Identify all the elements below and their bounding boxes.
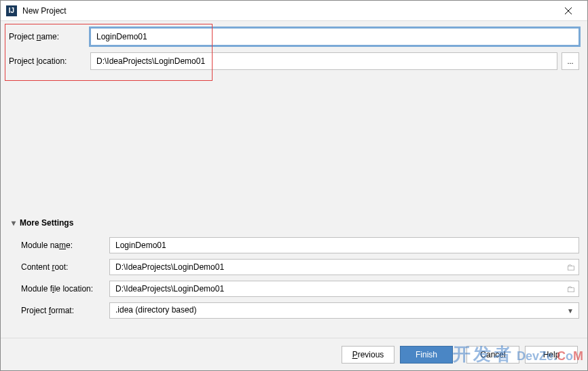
chevron-down-icon: ▾ xyxy=(12,218,16,228)
project-location-row: Project location: ... xyxy=(9,52,579,70)
module-file-location-row: Module file location: 🗀 xyxy=(12,281,579,297)
content-root-input[interactable] xyxy=(109,259,579,275)
more-settings-toggle[interactable]: ▾ More Settings xyxy=(12,218,579,228)
cancel-button[interactable]: Cancel xyxy=(466,346,519,364)
project-name-label: Project name: xyxy=(9,32,90,41)
module-name-input[interactable] xyxy=(109,237,579,253)
project-format-row: Project format: .idea (directory based) … xyxy=(12,302,579,319)
titlebar: IJ New Project xyxy=(1,1,587,21)
content-root-row: Content root: 🗀 xyxy=(12,259,579,275)
more-settings-section: ▾ More Settings Module name: Content roo… xyxy=(9,218,579,319)
finish-button[interactable]: Finish xyxy=(400,346,453,364)
project-name-row: Project name: xyxy=(9,28,579,46)
project-name-input[interactable] xyxy=(90,28,579,46)
module-name-label: Module name: xyxy=(21,241,109,250)
previous-button[interactable]: Previous xyxy=(342,346,394,364)
project-location-input[interactable] xyxy=(90,52,557,70)
project-format-select[interactable]: .idea (directory based) ▼ xyxy=(109,302,579,319)
more-settings-label: More Settings xyxy=(20,218,73,228)
close-icon xyxy=(565,7,572,14)
project-location-label: Project location: xyxy=(9,56,90,66)
dialog-content: Project name: Project location: ... ▾ Mo… xyxy=(1,21,587,338)
dialog-footer: Previous Finish Cancel Help 开发者 DevZe.Co… xyxy=(1,338,587,370)
project-format-value: .idea (directory based) xyxy=(109,302,579,319)
window-title: New Project xyxy=(22,6,555,16)
module-name-row: Module name: xyxy=(12,237,579,253)
module-file-location-label: Module file location: xyxy=(21,284,109,294)
help-button[interactable]: Help xyxy=(525,346,578,364)
project-format-label: Project format: xyxy=(21,306,109,315)
chevron-down-icon: ▼ xyxy=(567,307,574,315)
browse-location-button[interactable]: ... xyxy=(562,52,579,70)
footer-right-group: Cancel Help xyxy=(466,346,578,364)
app-icon: IJ xyxy=(6,5,17,16)
close-button[interactable] xyxy=(555,1,582,20)
module-file-location-input[interactable] xyxy=(109,281,579,297)
content-root-label: Content root: xyxy=(21,262,109,272)
